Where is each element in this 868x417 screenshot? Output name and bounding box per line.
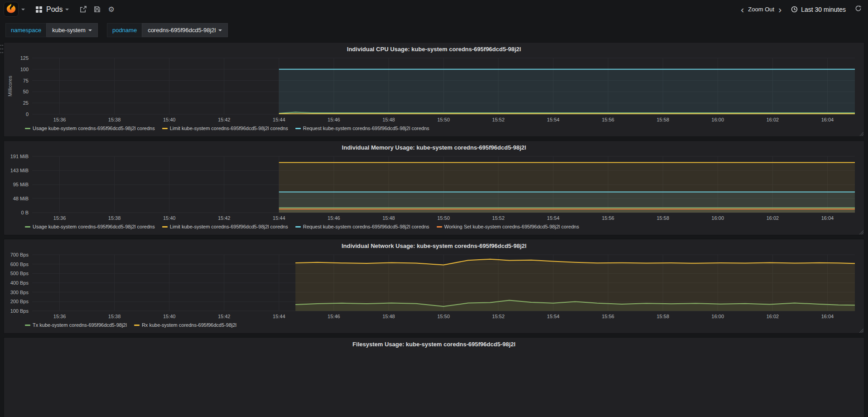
svg-text:0 B: 0 B: [21, 210, 29, 215]
time-range-button[interactable]: Last 30 minutes: [791, 6, 846, 13]
panel-title[interactable]: Individual CPU Usage: kube-system coredn…: [4, 43, 864, 54]
variable-namespace-value-dropdown[interactable]: kube-system: [46, 23, 98, 37]
variable-podname: podname coredns-695f96dcd5-98j2l: [107, 23, 228, 37]
legend-item[interactable]: Rx kube-system coredns-695f96dcd5-98j2l: [134, 322, 236, 328]
svg-text:15:42: 15:42: [218, 314, 231, 319]
svg-text:15:48: 15:48: [382, 314, 395, 319]
grafana-flame-icon: [6, 3, 16, 15]
legend-series-swatch-icon: [295, 128, 301, 129]
svg-text:700 Bps: 700 Bps: [10, 252, 29, 257]
legend-item[interactable]: Limit kube-system coredns-695f96dcd5-98j…: [162, 126, 288, 131]
memory-usage-chart[interactable]: 15:3615:3815:4015:4215:4415:4615:4815:50…: [7, 153, 861, 223]
panel-network-usage: Individual Network Usage: kube-system co…: [4, 239, 864, 334]
legend-series-label: Limit kube-system coredns-695f96dcd5-98j…: [170, 126, 288, 131]
network-usage-chart[interactable]: 15:3615:3815:4015:4215:4415:4615:4815:50…: [7, 251, 861, 322]
svg-text:15:56: 15:56: [602, 314, 614, 319]
panel-cpu-usage: Individual CPU Usage: kube-system coredn…: [4, 42, 864, 137]
svg-text:16:00: 16:00: [712, 314, 724, 319]
legend-series-label: Usage kube-system coredns-695f96dcd5-98j…: [33, 224, 155, 229]
legend-item[interactable]: Tx kube-system coredns-695f96dcd5-98j2l: [25, 322, 127, 328]
svg-text:15:52: 15:52: [492, 117, 505, 122]
svg-text:15:56: 15:56: [602, 215, 614, 221]
svg-text:16:02: 16:02: [767, 314, 779, 319]
panel-title[interactable]: Filesystem Usage: kube-system coredns-69…: [4, 338, 864, 349]
variable-namespace-label: namespace: [5, 23, 46, 37]
dashboard-area: Individual CPU Usage: kube-system coredn…: [0, 41, 868, 417]
settings-button[interactable]: ⚙: [108, 6, 114, 13]
svg-text:100 Bps: 100 Bps: [10, 308, 29, 314]
svg-text:25: 25: [23, 100, 29, 106]
svg-text:500 Bps: 500 Bps: [10, 271, 29, 276]
svg-text:Millicores: Millicores: [7, 76, 13, 97]
svg-text:15:48: 15:48: [382, 215, 395, 221]
legend-item[interactable]: Request kube-system coredns-695f96dcd5-9…: [295, 126, 429, 131]
filesystem-usage-chart[interactable]: [7, 349, 861, 417]
grafana-logo-button[interactable]: [4, 2, 19, 17]
variable-podname-value-dropdown[interactable]: coredns-695f96dcd5-98j2l: [142, 23, 228, 37]
svg-text:15:46: 15:46: [328, 215, 340, 221]
legend-item[interactable]: Limit kube-system coredns-695f96dcd5-98j…: [162, 224, 288, 229]
svg-text:15:40: 15:40: [163, 117, 176, 122]
navbar: Pods ⚙ ‹ Zoom Out › Last 30 minutes: [0, 0, 868, 19]
legend-item[interactable]: Usage kube-system coredns-695f96dcd5-98j…: [25, 224, 155, 229]
panel-resize-handle[interactable]: [859, 230, 863, 234]
panel-title[interactable]: Individual Network Usage: kube-system co…: [4, 239, 864, 251]
legend-series-label: Request kube-system coredns-695f96dcd5-9…: [303, 224, 429, 229]
legend-series-swatch-icon: [25, 325, 30, 326]
legend-series-label: Limit kube-system coredns-695f96dcd5-98j…: [170, 224, 288, 229]
panel-resize-handle[interactable]: [859, 131, 863, 136]
legend-series-swatch-icon: [134, 325, 140, 326]
dashboards-grid-icon: [36, 6, 42, 13]
svg-text:15:54: 15:54: [547, 117, 559, 122]
share-button[interactable]: [80, 6, 87, 13]
legend-series-label: Request kube-system coredns-695f96dcd5-9…: [303, 126, 429, 131]
memory-usage-legend: Usage kube-system coredns-695f96dcd5-98j…: [4, 223, 864, 229]
svg-text:15:46: 15:46: [328, 314, 340, 319]
svg-text:15:50: 15:50: [437, 117, 450, 122]
svg-text:16:04: 16:04: [821, 117, 834, 122]
cpu-usage-chart[interactable]: 15:3615:3815:4015:4215:4415:4615:4815:50…: [7, 54, 861, 125]
logo-caret-down-icon[interactable]: [21, 9, 25, 10]
dashboard-picker[interactable]: Pods: [32, 3, 72, 16]
svg-text:15:40: 15:40: [163, 215, 176, 221]
svg-text:48 MiB: 48 MiB: [13, 196, 29, 201]
svg-text:200 Bps: 200 Bps: [10, 299, 29, 304]
svg-text:16:02: 16:02: [767, 117, 779, 122]
variable-namespace-value: kube-system: [52, 27, 86, 34]
legend-series-label: Working Set kube-system coredns-695f96dc…: [444, 224, 579, 229]
legend-series-label: Usage kube-system coredns-695f96dcd5-98j…: [33, 126, 155, 131]
svg-text:143 MiB: 143 MiB: [10, 168, 29, 173]
svg-text:15:40: 15:40: [163, 314, 176, 319]
svg-text:125: 125: [20, 55, 29, 61]
navbar-right: ‹ Zoom Out › Last 30 minutes: [738, 5, 862, 14]
legend-item[interactable]: Request kube-system coredns-695f96dcd5-9…: [295, 224, 429, 229]
svg-text:15:52: 15:52: [492, 314, 505, 319]
svg-text:16:00: 16:00: [712, 117, 724, 122]
svg-text:15:56: 15:56: [602, 117, 614, 122]
legend-series-swatch-icon: [162, 128, 168, 129]
legend-series-swatch-icon: [295, 226, 301, 228]
time-shift-back-button[interactable]: ‹: [738, 5, 747, 14]
grip-dots-icon: [0, 44, 4, 54]
legend-series-swatch-icon: [437, 226, 442, 228]
panel-resize-handle[interactable]: [859, 328, 863, 333]
refresh-button[interactable]: [855, 5, 862, 14]
legend-item[interactable]: Usage kube-system coredns-695f96dcd5-98j…: [25, 126, 155, 131]
variable-podname-label: podname: [107, 23, 142, 37]
legend-series-swatch-icon: [25, 128, 30, 129]
save-button[interactable]: [94, 6, 101, 13]
time-shift-forward-button[interactable]: ›: [775, 5, 785, 14]
svg-text:15:50: 15:50: [437, 215, 450, 221]
svg-text:15:38: 15:38: [108, 215, 121, 221]
svg-text:15:50: 15:50: [437, 314, 450, 319]
row-drag-handle[interactable]: [0, 44, 4, 56]
legend-series-swatch-icon: [25, 226, 30, 228]
legend-series-label: Tx kube-system coredns-695f96dcd5-98j2l: [33, 322, 127, 328]
panel-title[interactable]: Individual Memory Usage: kube-system cor…: [4, 141, 864, 153]
zoom-out-button[interactable]: Zoom Out: [747, 6, 775, 13]
svg-text:16:04: 16:04: [821, 314, 834, 319]
svg-text:15:36: 15:36: [53, 314, 66, 319]
svg-text:15:42: 15:42: [218, 117, 231, 122]
svg-text:100: 100: [20, 67, 29, 72]
legend-item[interactable]: Working Set kube-system coredns-695f96dc…: [437, 224, 579, 229]
